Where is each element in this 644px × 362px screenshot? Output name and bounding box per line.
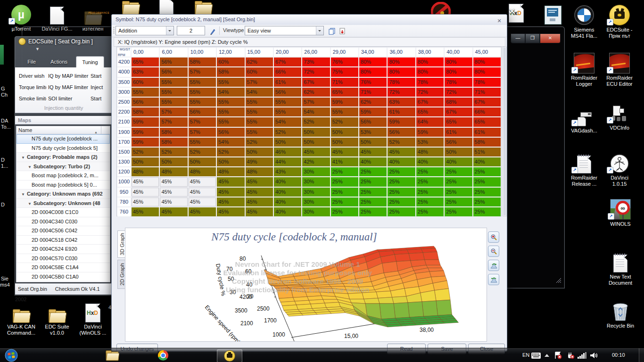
map-cell[interactable]: 25%	[388, 197, 415, 206]
map-cell[interactable]: 72%	[388, 88, 415, 97]
map-cell[interactable]: 59%	[331, 98, 358, 107]
map-cell[interactable]: 25%	[359, 167, 387, 176]
zoom-in-button[interactable]	[488, 231, 499, 243]
map-cell[interactable]: 52%	[189, 148, 216, 156]
map-cell[interactable]: 54%	[217, 138, 244, 147]
table-scrollbar[interactable]	[503, 47, 507, 216]
close-icon[interactable]: ✕	[495, 16, 503, 26]
desktop-icon-romraider-logger[interactable]: ↗RomRaiderLogger	[567, 52, 602, 87]
map-cell[interactable]: 30%	[302, 188, 330, 197]
tree-item[interactable]: 2D 0004C518 C042	[17, 236, 110, 245]
map-cell[interactable]: 55%	[246, 128, 273, 137]
taskbar-edcsuite[interactable]	[217, 349, 242, 362]
map-cell[interactable]: 78%	[416, 78, 444, 87]
resize-grip-icon[interactable]	[555, 277, 561, 285]
edcsuite-titlebar[interactable]: EDCSuite [ Seat Org.bin ]	[18, 38, 93, 45]
column-header[interactable]: 29,00	[331, 48, 358, 57]
map-cell[interactable]: 52%	[274, 128, 301, 137]
map-cell[interactable]: 55%	[189, 88, 216, 97]
map-cell[interactable]: 55%	[217, 78, 244, 87]
map-cell[interactable]: 62%	[359, 98, 387, 107]
map-cell[interactable]: 78%	[473, 78, 501, 87]
map-cell[interactable]: 45%	[132, 207, 159, 216]
map-cell[interactable]: 55%	[160, 78, 187, 87]
map-cell[interactable]: 40%	[445, 157, 472, 166]
map-cell[interactable]: 46%	[274, 148, 301, 156]
map-cell[interactable]: 68%	[445, 98, 472, 107]
map-cell[interactable]: 25%	[416, 207, 444, 216]
map-cell[interactable]: 76%	[331, 58, 358, 66]
map-cell[interactable]: 75%	[331, 67, 358, 76]
ribbon-button-driver-wish[interactable]: Driver wish	[19, 71, 46, 81]
map-cell[interactable]: 54%	[302, 107, 330, 116]
map-cell[interactable]: 45%	[189, 188, 216, 197]
map-cell[interactable]: 43%	[274, 167, 301, 176]
map-cell[interactable]: 61%	[473, 128, 501, 137]
tab-file[interactable]: File	[21, 56, 42, 67]
tree-group[interactable]: ▼Subcategory: Turbo (2)	[17, 162, 110, 172]
map-cell[interactable]: 45%	[217, 197, 244, 206]
row-header[interactable]: 780	[117, 197, 131, 206]
map-cell[interactable]: 25%	[445, 197, 472, 206]
map-cell[interactable]: 50%	[217, 157, 244, 166]
map-cell[interactable]: 52%	[331, 117, 358, 126]
map-cell[interactable]: 51%	[473, 148, 501, 156]
map-cell[interactable]: 56%	[359, 117, 387, 126]
map-cell[interactable]: 60%	[246, 67, 273, 76]
map-cell[interactable]: 52%	[217, 148, 244, 156]
minimize-button[interactable]: —	[511, 33, 525, 43]
map-cell[interactable]: 54%	[274, 117, 301, 126]
map-cell[interactable]: 59%	[132, 138, 159, 147]
map-cell[interactable]: 57%	[160, 107, 187, 116]
ribbon-button-soi-limiter[interactable]: SOI limiter	[48, 94, 90, 103]
map-cell[interactable]: 55%	[331, 107, 358, 116]
desktop-icon-siemens-ms41-fla[interactable]: SiemensMS41 Fla...	[567, 4, 602, 39]
map-cell[interactable]: 25%	[359, 188, 387, 197]
ribbon-button-smoke-limiter[interactable]: Smoke limiter	[19, 94, 46, 103]
tree-item[interactable]: Boost map [codeblock 2, m...	[17, 171, 110, 181]
map-cell[interactable]: 80%	[359, 67, 387, 76]
value-input[interactable]: 2	[177, 26, 205, 35]
column-header[interactable]: 36,00	[388, 48, 415, 57]
map-cell[interactable]: 45%	[160, 207, 187, 216]
map-cell[interactable]: 48%	[132, 167, 159, 176]
row-header[interactable]: 2500	[117, 98, 131, 107]
map-cell[interactable]: 64%	[416, 117, 444, 126]
map-cell[interactable]: 56%	[189, 107, 216, 116]
map-cell[interactable]: 25%	[473, 207, 501, 216]
map-cell[interactable]: 52%	[302, 117, 330, 126]
column-header[interactable]: 10,00	[189, 48, 216, 57]
desktop-icon-winols[interactable]: ∞↗WINOLS	[603, 198, 638, 227]
map-cell[interactable]: 78%	[388, 78, 415, 87]
map-cell[interactable]: 25%	[416, 188, 444, 197]
row-header[interactable]: 950	[117, 188, 131, 197]
map-cell[interactable]: 59%	[388, 117, 415, 126]
column-header[interactable]: 6,00	[160, 48, 187, 57]
map-cell[interactable]: 56%	[160, 67, 187, 76]
map-cell[interactable]: 67%	[274, 58, 301, 66]
map-cell[interactable]: 40%	[274, 177, 301, 186]
volume-icon[interactable]	[588, 349, 601, 362]
map-cell[interactable]: 50%	[302, 138, 330, 147]
map-cell[interactable]: 40%	[274, 188, 301, 197]
row-header[interactable]: 1900	[117, 128, 131, 137]
row-header[interactable]: 4000	[117, 67, 131, 76]
map-cell[interactable]: 30%	[302, 197, 330, 206]
map-cell[interactable]: 50%	[302, 128, 330, 137]
maps-column-header[interactable]: Name ▲	[16, 126, 110, 134]
tree-item[interactable]: N75 duty cycle [codeblock ...	[17, 134, 110, 144]
map-cell[interactable]: 25%	[473, 177, 501, 186]
map-cell[interactable]: 45%	[331, 148, 358, 156]
map-cell[interactable]: 57%	[189, 128, 216, 137]
map-cell[interactable]: 45%	[160, 177, 187, 186]
tree-item[interactable]: 2D 0004C58E C1A4	[17, 263, 110, 272]
ribbon-button-start[interactable]: Start	[91, 94, 111, 103]
row-header[interactable]: 1300	[117, 157, 131, 166]
map-cell[interactable]: 54%	[217, 88, 244, 97]
row-header[interactable]: 2200	[117, 107, 131, 116]
map-cell[interactable]: 25%	[416, 197, 444, 206]
map-cell[interactable]: 62%	[246, 58, 273, 66]
map-cell[interactable]: 49%	[246, 157, 273, 166]
desktop-icon-edc-suite-v1-0-0[interactable]: EDC Suitev1.0.0	[40, 301, 74, 336]
desktop-icon-vagdash[interactable]: ↗VAGdash...	[567, 105, 602, 134]
